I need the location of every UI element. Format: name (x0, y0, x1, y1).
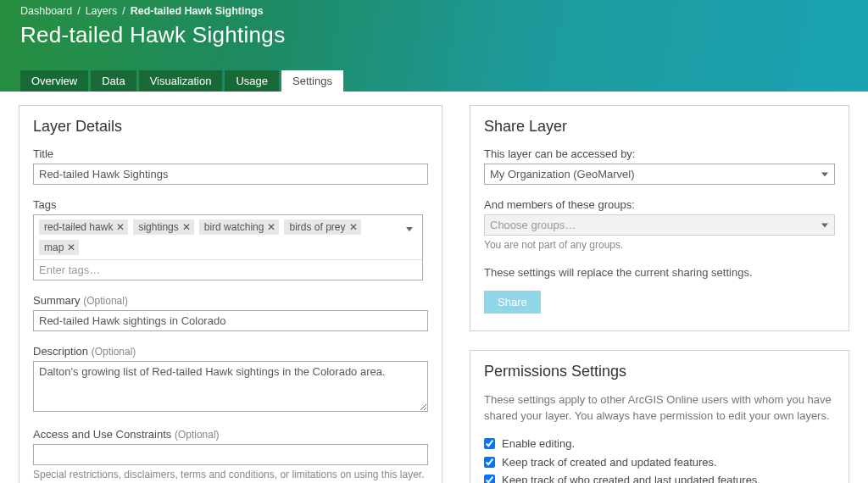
tabs: OverviewDataVisualizationUsageSettings (20, 70, 346, 92)
page-header: Dashboard / Layers / Red-tailed Hawk Sig… (0, 0, 868, 92)
tag-chip: map✕ (39, 240, 79, 255)
share-groups-hint: You are not part of any groups. (484, 239, 835, 251)
page-title: Red-tailed Hawk Sightings (20, 22, 848, 48)
share-panel: Share Layer This layer can be accessed b… (470, 105, 849, 331)
share-groups-label: And members of these groups: (484, 198, 835, 211)
share-groups-select[interactable]: Choose groups… (484, 214, 835, 236)
close-icon[interactable]: ✕ (182, 221, 191, 233)
description-label: Description (Optional) (33, 345, 428, 358)
tab-usage[interactable]: Usage (225, 70, 279, 92)
access-label: Access and Use Constraints (Optional) (33, 428, 428, 441)
tags-dropdown-toggle[interactable] (400, 219, 419, 236)
breadcrumb-sep: / (122, 5, 125, 17)
tab-overview[interactable]: Overview (20, 70, 88, 92)
tag-chip: birds of prey✕ (284, 219, 360, 235)
permission-label: Keep track of created and updated featur… (502, 455, 717, 471)
title-label: Title (33, 147, 428, 160)
breadcrumb-root[interactable]: Dashboard (20, 5, 72, 17)
permission-checkbox[interactable] (484, 438, 495, 449)
permission-checkbox[interactable] (484, 457, 495, 468)
title-input[interactable] (33, 164, 428, 185)
layer-details-heading: Layer Details (33, 118, 428, 136)
tag-chip: red-tailed hawk✕ (39, 219, 128, 235)
share-heading: Share Layer (484, 118, 835, 136)
close-icon[interactable]: ✕ (349, 221, 358, 233)
share-access-select[interactable]: My Organization (GeoMarvel) (484, 164, 835, 185)
tab-visualization[interactable]: Visualization (139, 70, 223, 92)
tag-label: bird watching (204, 221, 264, 233)
permission-checkbox[interactable] (484, 475, 495, 483)
tab-data[interactable]: Data (91, 70, 136, 92)
tag-label: sightings (138, 221, 178, 233)
tag-chip: sightings✕ (133, 219, 193, 235)
breadcrumb-current: Red-tailed Hawk Sightings (131, 5, 264, 17)
share-button[interactable]: Share (484, 291, 541, 314)
chevron-down-icon (406, 221, 413, 234)
access-hint: Special restrictions, disclaimers, terms… (33, 469, 428, 480)
share-access-label: This layer can be accessed by: (484, 147, 835, 160)
tag-label: map (44, 242, 64, 253)
permissions-heading: Permissions Settings (484, 363, 835, 380)
tags-box[interactable]: red-tailed hawk✕sightings✕bird watching✕… (33, 214, 423, 280)
tags-input-placeholder[interactable]: Enter tags… (39, 264, 100, 276)
close-icon[interactable]: ✕ (67, 242, 75, 253)
access-input[interactable] (33, 444, 428, 465)
permission-item[interactable]: Keep track of who created and last updat… (484, 473, 835, 483)
tags-label: Tags (33, 198, 428, 211)
permissions-panel: Permissions Settings These settings appl… (470, 350, 849, 483)
breadcrumb: Dashboard / Layers / Red-tailed Hawk Sig… (20, 5, 848, 17)
breadcrumb-layers[interactable]: Layers (86, 5, 118, 17)
permission-label: Keep track of who created and last updat… (502, 473, 760, 483)
summary-input[interactable] (33, 310, 428, 331)
permission-label: Enable editing. (502, 436, 575, 452)
summary-label: Summary (Optional) (33, 294, 428, 307)
description-input[interactable] (33, 361, 428, 412)
tag-chip: bird watching✕ (199, 219, 280, 235)
close-icon[interactable]: ✕ (116, 221, 125, 233)
permissions-desc: These settings apply to other ArcGIS Onl… (484, 392, 835, 425)
permission-item[interactable]: Keep track of created and updated featur… (484, 455, 835, 471)
permission-item[interactable]: Enable editing. (484, 436, 835, 452)
layer-details-panel: Layer Details Title Tags red-tailed hawk… (19, 105, 442, 483)
tag-label: birds of prey (289, 221, 345, 233)
tag-label: red-tailed hawk (44, 221, 113, 233)
breadcrumb-sep: / (77, 5, 80, 17)
tab-settings[interactable]: Settings (281, 70, 343, 92)
content: Layer Details Title Tags red-tailed hawk… (0, 92, 868, 483)
close-icon[interactable]: ✕ (267, 221, 275, 233)
share-note: These settings will replace the current … (484, 266, 835, 279)
